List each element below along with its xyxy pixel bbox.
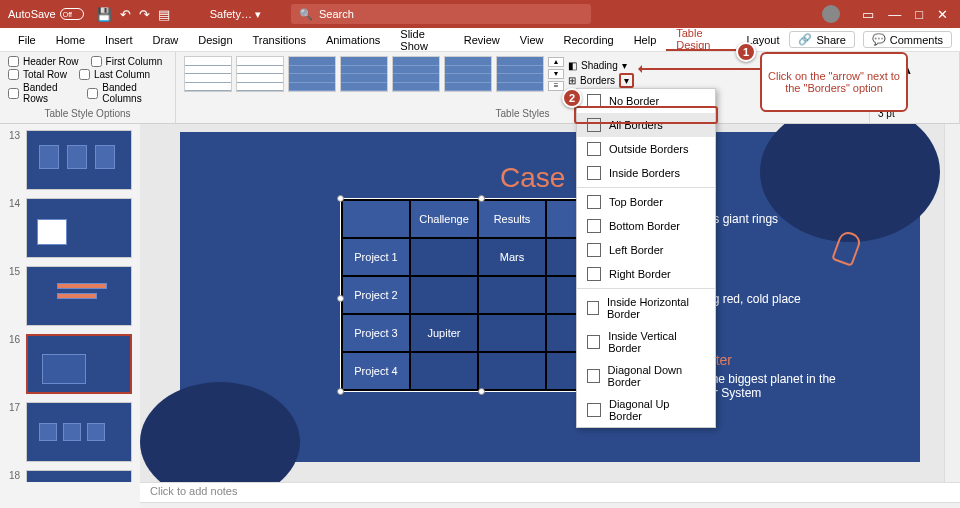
slide-thumbnails-panel[interactable]: 13 14 15 16 17 18 — [0, 124, 140, 482]
style-thumb[interactable] — [392, 56, 440, 92]
slide-title: Case — [500, 162, 565, 194]
menu-inside-vertical[interactable]: Inside Vertical Border — [577, 325, 715, 359]
main-area: 13 14 15 16 17 18 Case ChallengeResultsS… — [0, 124, 960, 482]
menu-inside-borders[interactable]: Inside Borders — [577, 161, 715, 185]
header-row-checkbox[interactable]: Header Row — [8, 56, 79, 67]
slide-thumbnail[interactable] — [26, 266, 132, 326]
tab-insert[interactable]: Insert — [95, 28, 143, 51]
menu-right-border[interactable]: Right Border — [577, 262, 715, 286]
thumb-number: 15 — [6, 266, 20, 326]
title-bar: AutoSave Off 💾 ↶ ↷ ▤ Safety… ▾ 🔍 Search … — [0, 0, 960, 28]
style-thumb[interactable] — [236, 56, 284, 92]
tab-transitions[interactable]: Transitions — [243, 28, 316, 51]
callout-badge-2: 2 — [562, 88, 582, 108]
slide-thumbnail[interactable] — [26, 130, 132, 190]
maximize-icon[interactable]: □ — [915, 7, 923, 22]
notes-pane[interactable]: Click to add notes — [140, 482, 960, 502]
slide-thumbnail[interactable] — [26, 470, 132, 482]
first-column-checkbox[interactable]: First Column — [91, 56, 163, 67]
thumb-number: 17 — [6, 402, 20, 462]
menu-bottom-border[interactable]: Bottom Border — [577, 214, 715, 238]
tab-review[interactable]: Review — [454, 28, 510, 51]
tab-recording[interactable]: Recording — [553, 28, 623, 51]
vertical-scrollbar[interactable] — [944, 124, 960, 482]
gallery-more-button[interactable]: ▴▾≡ — [548, 57, 564, 91]
tab-view[interactable]: View — [510, 28, 554, 51]
user-avatar[interactable] — [822, 5, 840, 23]
last-column-checkbox[interactable]: Last Column — [79, 69, 150, 80]
menu-left-border[interactable]: Left Border — [577, 238, 715, 262]
tab-help[interactable]: Help — [624, 28, 667, 51]
search-box[interactable]: 🔍 Search — [291, 4, 591, 24]
tab-slideshow[interactable]: Slide Show — [390, 28, 453, 51]
style-thumb[interactable] — [184, 56, 232, 92]
slide-thumbnail-active[interactable] — [26, 334, 132, 394]
search-icon: 🔍 — [299, 8, 313, 21]
callout-badge-1: 1 — [736, 42, 756, 62]
menu-diagonal-down[interactable]: Diagonal Down Border — [577, 359, 715, 393]
tab-table-design[interactable]: Table Design — [666, 28, 736, 51]
redo-icon[interactable]: ↷ — [139, 7, 150, 22]
style-thumb[interactable] — [496, 56, 544, 92]
style-thumb[interactable] — [340, 56, 388, 92]
autosave-toggle[interactable]: AutoSave Off — [8, 8, 84, 20]
borders-button[interactable]: Borders — [580, 75, 615, 86]
thumb-number: 16 — [6, 334, 20, 394]
comments-button[interactable]: 💬 Comments — [863, 31, 952, 48]
ribbon-options-icon[interactable]: ▭ — [862, 7, 874, 22]
thumb-number: 14 — [6, 198, 20, 258]
tab-home[interactable]: Home — [46, 28, 95, 51]
document-name[interactable]: Safety… ▾ — [210, 8, 261, 21]
tab-draw[interactable]: Draw — [143, 28, 189, 51]
quick-access-toolbar: 💾 ↶ ↷ ▤ — [96, 7, 170, 22]
save-icon[interactable]: 💾 — [96, 7, 112, 22]
menu-top-border[interactable]: Top Border — [577, 190, 715, 214]
thumb-number: 13 — [6, 130, 20, 190]
callout-box: Click on the "arrow" next to the "Border… — [760, 52, 908, 112]
style-thumb[interactable] — [288, 56, 336, 92]
banded-rows-checkbox[interactable]: Banded Rows — [8, 82, 75, 104]
slide-table[interactable]: ChallengeResultsS Project 1Mars Project … — [340, 198, 616, 392]
thumb-number: 18 — [6, 470, 20, 482]
callout-arrow — [640, 68, 760, 70]
shading-button[interactable]: ◧ Shading ▾ — [568, 60, 634, 71]
total-row-checkbox[interactable]: Total Row — [8, 69, 67, 80]
slide: Case ChallengeResultsS Project 1Mars Pro… — [180, 132, 920, 462]
ribbon-tabs: File Home Insert Draw Design Transitions… — [0, 28, 960, 52]
slide-thumbnail[interactable] — [26, 198, 132, 258]
style-thumb[interactable] — [444, 56, 492, 92]
present-icon[interactable]: ▤ — [158, 7, 170, 22]
borders-dropdown-arrow[interactable]: ▾ — [619, 73, 634, 88]
slide-canvas[interactable]: Case ChallengeResultsS Project 1Mars Pro… — [140, 124, 960, 482]
tab-design[interactable]: Design — [188, 28, 242, 51]
undo-icon[interactable]: ↶ — [120, 7, 131, 22]
tab-file[interactable]: File — [8, 28, 46, 51]
minimize-icon[interactable]: — — [888, 7, 901, 22]
menu-no-border[interactable]: No Border — [577, 89, 715, 113]
menu-outside-borders[interactable]: Outside Borders — [577, 137, 715, 161]
borders-dropdown-menu: No Border All Borders Outside Borders In… — [576, 88, 716, 428]
pin-icon — [836, 232, 860, 282]
menu-diagonal-up[interactable]: Diagonal Up Border — [577, 393, 715, 427]
share-button[interactable]: 🔗 Share — [789, 31, 854, 48]
horizontal-scrollbar[interactable] — [140, 502, 960, 508]
menu-inside-horizontal[interactable]: Inside Horizontal Border — [577, 291, 715, 325]
group-label-style-options: Table Style Options — [8, 108, 167, 119]
close-icon[interactable]: ✕ — [937, 7, 948, 22]
banded-columns-checkbox[interactable]: Banded Columns — [87, 82, 167, 104]
slide-thumbnail[interactable] — [26, 402, 132, 462]
menu-all-borders[interactable]: All Borders — [577, 113, 715, 137]
group-label-table-styles: Table Styles — [184, 108, 861, 119]
tab-animations[interactable]: Animations — [316, 28, 390, 51]
